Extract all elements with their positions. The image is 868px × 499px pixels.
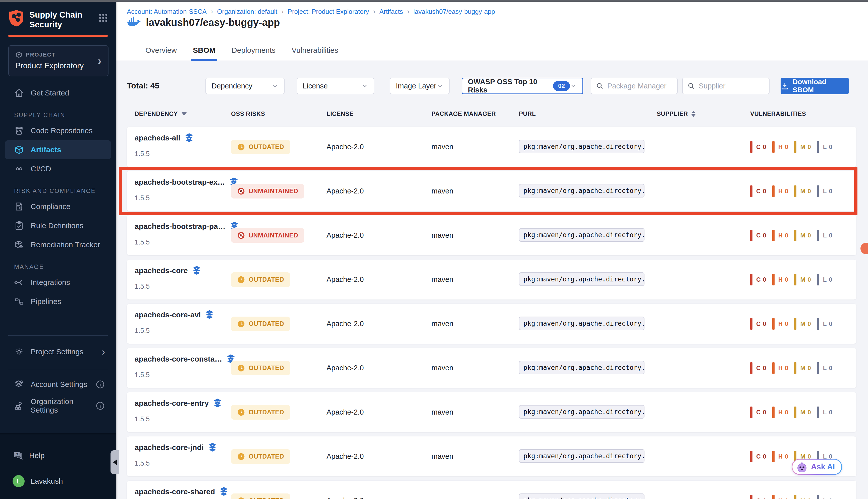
medium-count: M0 [794,406,811,418]
purl-chip[interactable]: pkg:maven/org.apache.directory.s… [519,140,644,153]
high-count: H0 [772,230,789,241]
layers-icon[interactable] [219,487,228,497]
license-filter-select[interactable]: License [297,78,374,94]
vulnerabilities-cell: C0 H0 M0 L0 [750,230,856,241]
low-count: L0 [817,230,832,241]
purl-chip[interactable]: pkg:maven/org.apache.directory.s… [519,184,644,197]
user-avatar: L [13,475,25,487]
sidebar-item-organization-settings[interactable]: Organization Settings [0,396,116,415]
license-cell: Apache-2.0 [326,497,432,499]
package-manager-cell: maven [432,320,519,328]
supplier-search-input[interactable] [699,82,765,90]
table-row[interactable]: apacheds-bootstrap-pa… 1.5.5 UNMAINTAINE… [127,215,856,255]
medium-bar [794,141,796,153]
user-menu[interactable]: L Lavakush [0,472,116,491]
image-layer-filter-select[interactable]: Image Layer [390,78,449,94]
supplier-search[interactable] [682,78,770,94]
sidebar-item-label: Pipelines [30,297,61,306]
unmaintained-ban-icon [237,187,245,195]
owasp-risks-filter-select[interactable]: OWASP OSS Top 10 Risks 02 [462,78,583,94]
high-count: H0 [772,318,789,330]
sidebar-item-label: Remediation Tracker [30,241,100,249]
table-row[interactable]: apacheds-core-jndi 1.5.5 OUTDATED Apache… [127,436,856,476]
sidebar-item-artifacts[interactable]: Artifacts [5,140,111,159]
oss-risk-badge: OUTDATED [231,361,290,375]
purl-chip[interactable]: pkg:maven/org.apache.directory.s… [519,272,644,286]
layers-icon[interactable] [208,442,217,452]
sidebar-item-rule-definitions[interactable]: Rule Definitions [0,216,116,235]
breadcrumb-project[interactable]: Project: Product Exploratory [288,8,369,15]
table-row[interactable]: apacheds-all 1.5.5 OUTDATED Apache-2.0 [127,127,856,167]
info-icon[interactable] [96,380,105,389]
outdated-clock-icon [237,364,245,372]
purl-chip[interactable]: pkg:maven/org.apache.directory.s… [519,449,644,463]
purl-chip[interactable]: pkg:maven/org.apache.directory.s… [519,228,644,242]
license-cell: Apache-2.0 [326,364,432,372]
info-icon[interactable] [96,401,105,411]
sidebar-item-get-started[interactable]: Get Started [0,83,116,102]
svg-text:?: ? [16,452,18,456]
table-row[interactable]: apacheds-core-avl 1.5.5 OUTDATED Apache-… [127,304,856,344]
table-row[interactable]: apacheds-core 1.5.5 OUTDATED Apache-2.0 [127,259,856,300]
license-cell: Apache-2.0 [326,276,432,284]
oss-risk-cell: UNMAINTAINED [231,228,326,243]
download-icon [781,82,789,90]
project-label: PROJECT [26,51,55,58]
layers-icon[interactable] [205,310,214,320]
critical-count: C0 [750,274,766,285]
layers-gear-icon [14,379,24,389]
column-header-oss-risks: OSS RISKS [231,110,326,117]
project-selector[interactable]: PROJECT Product Exploratory › [8,45,109,76]
sidebar-item-code-repositories[interactable]: Code Repositories [0,121,116,140]
vulnerabilities-cell: C0 H0 M0 L0 [750,141,856,153]
medium-count: M0 [794,274,811,285]
dependency-filter-select[interactable]: Dependency [206,78,285,94]
column-header-dependency[interactable]: DEPENDENCY [135,110,231,117]
sidebar-item-account-settings[interactable]: Account Settings [0,375,116,394]
dependency-version: 1.5.5 [135,327,231,335]
layers-icon[interactable] [192,266,201,276]
search-icon [687,82,695,90]
outdated-clock-icon [237,276,245,284]
breadcrumb-account[interactable]: Account: Automation-SSCA [127,8,207,15]
license-filter-label: License [303,82,328,90]
table-row[interactable]: apacheds-core-entry 1.5.5 OUTDATED Apach… [127,392,856,432]
breadcrumb-current[interactable]: lavakush07/easy-buggy-app [413,8,495,15]
column-header-supplier[interactable]: SUPPLIER [657,110,750,117]
layers-icon[interactable] [184,133,194,143]
tab-deployments[interactable]: Deployments [230,46,277,61]
package-manager-search[interactable] [591,78,678,94]
sidebar-item-cicd[interactable]: CI/CD [0,159,116,179]
help-button[interactable]: ? Help [0,446,116,465]
sidebar-collapse-handle[interactable] [111,450,119,474]
sidebar-item-compliance[interactable]: Compliance [0,197,116,216]
sidebar-item-pipelines[interactable]: Pipelines [0,292,116,311]
tab-sbom[interactable]: SBOM [191,46,217,61]
sidebar-divider [8,369,108,369]
tab-overview[interactable]: Overview [144,46,178,61]
critical-bar [750,318,753,330]
sidebar-item-project-settings[interactable]: Project Settings › [0,342,116,361]
module-grid-icon[interactable] [98,13,109,23]
purl-cell: pkg:maven/org.apache.directory.s… [519,140,657,154]
tab-vulnerabilities[interactable]: Vulnerabilities [290,46,340,61]
table-row[interactable]: apacheds-core-shared 1.5.5 OUTDATED Apac… [127,480,856,499]
package-manager-cell: maven [432,187,519,195]
outdated-clock-icon [237,497,245,499]
package-manager-search-input[interactable] [607,82,673,90]
sidebar-item-integrations[interactable]: Integrations [0,273,116,292]
purl-chip[interactable]: pkg:maven/org.apache.directory.s… [519,405,644,418]
download-sbom-button[interactable]: Download SBOM [781,78,849,94]
purl-chip[interactable]: pkg:maven/org.apache.directory.s… [519,317,644,330]
table-row[interactable]: apacheds-core-consta… 1.5.5 OUTDATED Apa… [127,348,856,388]
purl-chip[interactable]: pkg:maven/org.apache.directory.s… [519,494,644,499]
purl-chip[interactable]: pkg:maven/org.apache.directory.s… [519,361,644,374]
ask-ai-button[interactable]: Ask AI [792,459,842,475]
breadcrumb-organization[interactable]: Organization: default [217,8,277,15]
table-row[interactable]: apacheds-bootstrap-ex… 1.5.5 UNMAINTAINE… [127,171,856,211]
layers-icon[interactable] [213,398,222,408]
breadcrumb-artifacts[interactable]: Artifacts [380,8,403,15]
sidebar-item-remediation-tracker[interactable]: Remediation Tracker [0,235,116,254]
medium-bar [794,274,796,285]
low-bar [817,185,819,197]
